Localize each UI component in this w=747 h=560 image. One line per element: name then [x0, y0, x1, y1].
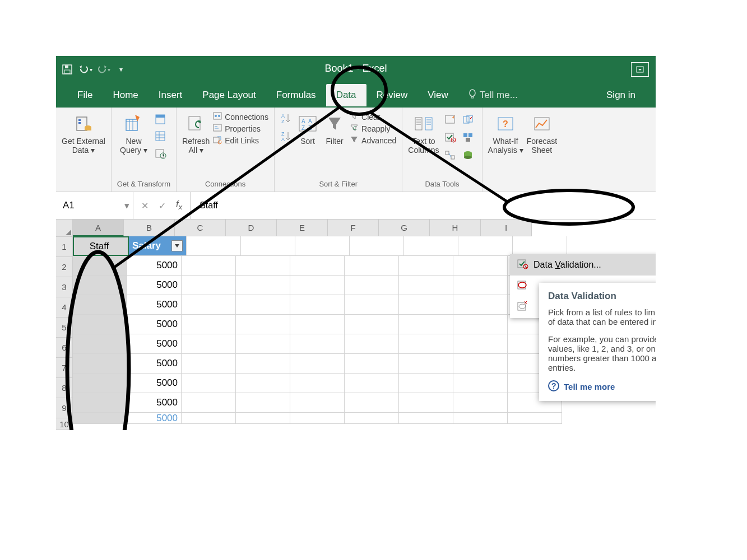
remove-dup-icon[interactable]: [461, 112, 475, 127]
cell[interactable]: [453, 256, 508, 276]
row-header[interactable]: 4: [56, 297, 73, 318]
col-header[interactable]: F: [328, 220, 379, 236]
cell[interactable]: [453, 315, 508, 334]
cell[interactable]: [345, 295, 399, 315]
clear-filter-button[interactable]: Clear: [350, 112, 396, 122]
cell[interactable]: [399, 295, 453, 315]
cell[interactable]: [236, 276, 290, 295]
cell[interactable]: [182, 256, 236, 276]
reapply-filter-button[interactable]: Reapply: [350, 124, 396, 133]
refresh-all-button[interactable]: RefreshAll ▾: [182, 112, 210, 155]
cell[interactable]: [182, 295, 236, 315]
cell[interactable]: [453, 374, 508, 393]
cell[interactable]: [236, 315, 290, 334]
cell[interactable]: [345, 393, 399, 413]
tab-review[interactable]: Review: [366, 84, 418, 106]
cell[interactable]: [290, 354, 345, 374]
cell[interactable]: [73, 393, 127, 413]
recent-sources-icon[interactable]: [153, 146, 168, 160]
what-if-button[interactable]: ? What-IfAnalysis ▾: [488, 112, 523, 155]
cell[interactable]: [236, 334, 290, 354]
cell[interactable]: [508, 413, 562, 424]
tab-view[interactable]: View: [417, 84, 458, 106]
cell[interactable]: [295, 236, 350, 256]
edit-links-button[interactable]: Edit Links: [213, 136, 268, 145]
cell[interactable]: [73, 276, 127, 295]
cell[interactable]: Staff: [73, 236, 129, 256]
cell[interactable]: [345, 276, 399, 295]
row-header[interactable]: 8: [56, 378, 73, 398]
cell[interactable]: [345, 354, 399, 374]
cell[interactable]: [345, 315, 399, 334]
cell[interactable]: [73, 295, 127, 315]
new-query-button[interactable]: NewQuery ▾: [120, 112, 147, 155]
cell[interactable]: [73, 413, 127, 424]
cancel-icon[interactable]: ✕: [141, 200, 149, 211]
cell[interactable]: [453, 334, 508, 354]
cell[interactable]: [290, 413, 345, 424]
tell-me-search[interactable]: Tell me...: [458, 83, 528, 108]
cell[interactable]: [345, 374, 399, 393]
cell[interactable]: [345, 256, 399, 276]
sort-desc-icon[interactable]: ZA: [280, 130, 293, 144]
cell[interactable]: [458, 236, 513, 256]
tab-insert[interactable]: Insert: [149, 84, 193, 106]
get-external-data-button[interactable]: Get ExternalData ▾: [62, 112, 105, 155]
cell[interactable]: [236, 354, 290, 374]
cell[interactable]: [290, 374, 345, 393]
cell[interactable]: [453, 354, 508, 374]
cell[interactable]: 5000: [127, 276, 182, 295]
cell[interactable]: [241, 236, 295, 256]
tab-page-layout[interactable]: Page Layout: [192, 84, 266, 106]
cell[interactable]: [290, 334, 345, 354]
cell[interactable]: [182, 315, 236, 334]
sign-in-link[interactable]: Sign in: [596, 84, 646, 106]
col-header[interactable]: D: [226, 220, 277, 236]
cell[interactable]: [182, 413, 236, 424]
cell[interactable]: 5000: [127, 256, 182, 276]
row-header[interactable]: 7: [56, 358, 73, 378]
cell[interactable]: [182, 354, 236, 374]
filter-dropdown-icon[interactable]: [171, 240, 183, 251]
row-header[interactable]: 6: [56, 338, 73, 358]
advanced-filter-button[interactable]: Advanced: [350, 136, 396, 145]
cell[interactable]: 5000: [127, 354, 182, 374]
cell[interactable]: 5000: [127, 393, 182, 413]
cell[interactable]: [345, 334, 399, 354]
text-to-columns-button[interactable]: Text toColumns: [408, 112, 439, 155]
data-validation-icon[interactable]: [443, 130, 457, 144]
cell[interactable]: [453, 295, 508, 315]
cell[interactable]: [399, 374, 453, 393]
sort-button[interactable]: AAZZ Sort: [296, 112, 319, 146]
row-header[interactable]: 5: [56, 318, 73, 338]
properties-button[interactable]: Properties: [213, 124, 268, 133]
cell[interactable]: [73, 334, 127, 354]
consolidate-icon[interactable]: [461, 130, 475, 144]
cell[interactable]: [290, 256, 345, 276]
cell[interactable]: [236, 256, 290, 276]
connections-button[interactable]: Connections: [213, 112, 268, 122]
col-header[interactable]: G: [379, 220, 430, 236]
cell[interactable]: [453, 393, 508, 413]
row-header[interactable]: 9: [56, 398, 73, 418]
cell[interactable]: [236, 393, 290, 413]
show-queries-icon[interactable]: [153, 112, 168, 127]
cell[interactable]: [290, 393, 345, 413]
cell[interactable]: [350, 236, 404, 256]
row-header[interactable]: 2: [56, 257, 73, 277]
cell[interactable]: [453, 276, 508, 295]
row-header[interactable]: 10: [56, 418, 73, 430]
cell[interactable]: [290, 295, 345, 315]
row-header[interactable]: 3: [56, 277, 73, 297]
cell[interactable]: [399, 334, 453, 354]
cell[interactable]: [399, 413, 453, 424]
enter-icon[interactable]: ✓: [159, 200, 166, 211]
cell[interactable]: [73, 374, 127, 393]
tab-file[interactable]: File: [67, 84, 103, 106]
cell[interactable]: [182, 334, 236, 354]
manage-data-model-icon[interactable]: [461, 148, 475, 162]
cell[interactable]: 5000: [127, 413, 182, 424]
forecast-sheet-button[interactable]: ForecastSheet: [527, 112, 557, 155]
filter-button[interactable]: Filter: [323, 112, 346, 146]
from-table-icon[interactable]: [153, 129, 168, 143]
